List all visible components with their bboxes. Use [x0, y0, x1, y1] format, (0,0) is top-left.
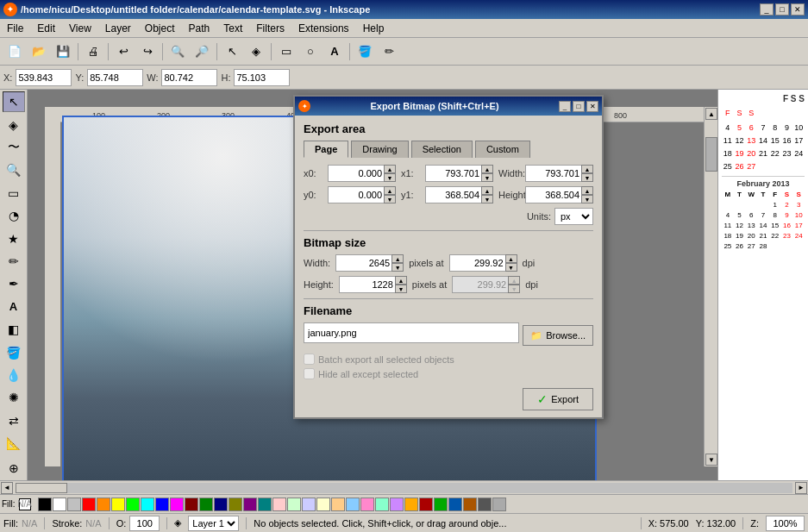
swatch-gray[interactable]: [67, 498, 81, 511]
height-area-input[interactable]: [525, 186, 581, 203]
pencil-tool-btn[interactable]: ✏: [3, 251, 25, 272]
menu-layer[interactable]: Layer: [98, 21, 138, 36]
menu-help[interactable]: Help: [356, 21, 391, 36]
filename-input[interactable]: [304, 322, 519, 343]
y1-spin-up[interactable]: ▲: [481, 186, 493, 195]
swatch-brown[interactable]: [463, 498, 477, 511]
save-button[interactable]: 💾: [52, 41, 74, 62]
swatch-blue[interactable]: [155, 498, 169, 511]
zoom-input[interactable]: [766, 516, 805, 531]
select-tool[interactable]: ↖: [221, 41, 243, 62]
dialog-close-btn[interactable]: ✕: [586, 101, 598, 112]
swatch-lightgray[interactable]: [492, 498, 506, 511]
menu-path[interactable]: Path: [182, 21, 217, 36]
tab-drawing[interactable]: Drawing: [351, 141, 408, 158]
x1-spin-up[interactable]: ▲: [481, 165, 493, 173]
print-button[interactable]: 🖨: [82, 41, 104, 62]
measure-tool-btn[interactable]: 📐: [3, 433, 25, 454]
arc-tool-btn[interactable]: ◔: [3, 205, 25, 226]
tab-custom[interactable]: Custom: [475, 141, 530, 158]
swatch-black[interactable]: [38, 498, 52, 511]
vertical-scrollbar[interactable]: ▲ ▼: [704, 107, 717, 466]
close-button[interactable]: ✕: [791, 3, 805, 16]
swatch-mint[interactable]: [375, 498, 389, 511]
menu-filters[interactable]: Filters: [249, 21, 291, 36]
node-tool[interactable]: ◈: [245, 41, 267, 62]
units-select[interactable]: px mm in: [554, 208, 593, 225]
swatch-olive[interactable]: [229, 498, 242, 511]
tab-page[interactable]: Page: [304, 141, 348, 158]
zoom-in-button[interactable]: 🔍: [166, 41, 189, 62]
x1-spin-down[interactable]: ▼: [481, 173, 493, 182]
maximize-button[interactable]: □: [775, 3, 789, 16]
dpi1-input[interactable]: [449, 254, 505, 272]
y0-spin-down[interactable]: ▼: [384, 195, 396, 203]
menu-object[interactable]: Object: [138, 21, 182, 36]
swatch-purple[interactable]: [243, 498, 257, 511]
rect-tool[interactable]: ▭: [275, 41, 298, 62]
node-tool-btn[interactable]: ◈: [3, 114, 25, 135]
eyedrop-tool-btn[interactable]: 💧: [3, 365, 25, 385]
new-button[interactable]: 📄: [3, 41, 26, 62]
swatch-darkgreen[interactable]: [199, 498, 213, 511]
swatch-sky[interactable]: [346, 498, 360, 511]
menu-extensions[interactable]: Extensions: [291, 21, 356, 36]
batch-export-checkbox[interactable]: [304, 354, 315, 365]
swatch-red[interactable]: [82, 498, 96, 511]
export-button[interactable]: ✓ Export: [523, 388, 593, 410]
zoom-out-button[interactable]: 🔎: [191, 41, 213, 62]
y0-input[interactable]: [328, 186, 384, 203]
star-tool-btn[interactable]: ★: [3, 228, 25, 248]
horizontal-scrollbar[interactable]: ◄ ►: [0, 480, 808, 494]
browse-button[interactable]: 📁 Browse...: [523, 325, 593, 346]
spray-tool-btn[interactable]: ✺: [3, 387, 25, 408]
swatch-magenta[interactable]: [170, 498, 184, 511]
opacity-input[interactable]: [129, 516, 160, 531]
bmp-width-spin-up[interactable]: ▲: [391, 254, 404, 263]
gradient-tool-btn[interactable]: ◧: [3, 319, 25, 340]
dialog-maximize-btn[interactable]: □: [573, 101, 585, 112]
y1-spin-down[interactable]: ▼: [481, 195, 493, 203]
h-input[interactable]: [234, 69, 290, 86]
y-input[interactable]: [87, 69, 143, 86]
pen-tool-btn[interactable]: ✒: [3, 273, 25, 294]
x1-input[interactable]: [425, 165, 481, 182]
width-spin-down[interactable]: ▼: [581, 173, 593, 182]
swatch-darkred[interactable]: [185, 498, 198, 511]
layer-select[interactable]: Layer 1: [188, 516, 239, 531]
swatch-cyan[interactable]: [141, 498, 154, 511]
dpi2-input[interactable]: [452, 276, 508, 293]
width-area-input[interactable]: [525, 165, 581, 182]
swatch-darkblue[interactable]: [214, 498, 228, 511]
fill-tool-btn[interactable]: 🪣: [3, 341, 25, 362]
width-spin-up[interactable]: ▲: [581, 165, 593, 173]
fill-swatch[interactable]: N/A: [19, 498, 31, 510]
dpi1-spin-down[interactable]: ▼: [505, 263, 517, 272]
menu-file[interactable]: File: [0, 21, 30, 36]
swatch-darkgray[interactable]: [478, 498, 492, 511]
y0-spin-up[interactable]: ▲: [384, 186, 396, 195]
y1-input[interactable]: [425, 186, 481, 203]
swatch-peach[interactable]: [331, 498, 345, 511]
swatch-forest[interactable]: [434, 498, 448, 511]
pencil-tool[interactable]: ✏: [378, 41, 400, 62]
swatch-orange[interactable]: [97, 498, 110, 511]
tweak-tool-btn[interactable]: 〜: [3, 137, 25, 158]
bmp-width-input[interactable]: [335, 254, 391, 272]
text-tool-btn[interactable]: A: [3, 297, 25, 317]
open-button[interactable]: 📂: [28, 41, 50, 62]
tab-selection[interactable]: Selection: [411, 141, 473, 158]
swatch-navy[interactable]: [448, 498, 462, 511]
dpi1-spin-up[interactable]: ▲: [505, 254, 517, 263]
swatch-lavender[interactable]: [390, 498, 404, 511]
swatch-green-light[interactable]: [287, 498, 301, 511]
swatch-rose[interactable]: [360, 498, 374, 511]
arrow-tool-btn[interactable]: ↖: [3, 91, 25, 112]
x0-spin-up[interactable]: ▲: [384, 165, 396, 173]
text-tool[interactable]: A: [323, 41, 346, 62]
minimize-button[interactable]: _: [760, 3, 774, 16]
zoom-tool-btn[interactable]: 🔍: [3, 160, 25, 180]
swatch-white[interactable]: [53, 498, 66, 511]
undo-button[interactable]: ↩: [112, 41, 135, 62]
dpi2-spin-down[interactable]: ▼: [508, 285, 520, 293]
